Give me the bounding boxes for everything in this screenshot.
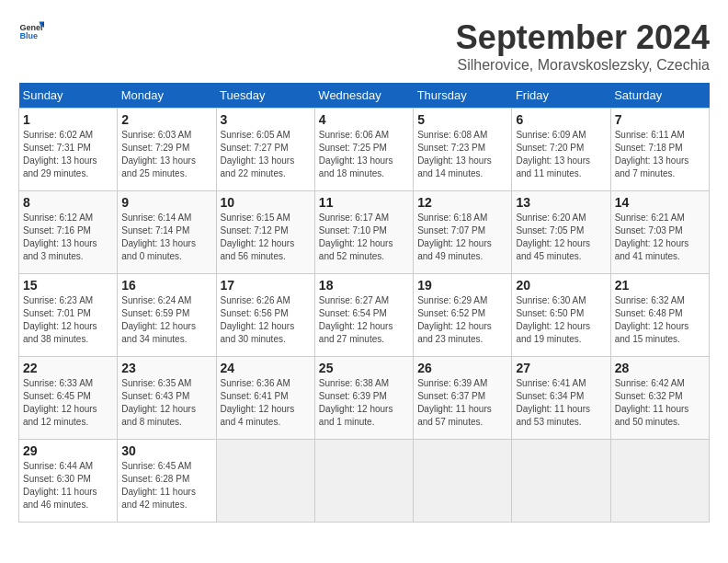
header-row: SundayMondayTuesdayWednesdayThursdayFrid… <box>19 83 710 109</box>
day-info: Sunrise: 6:05 AMSunset: 7:27 PMDaylight:… <box>221 130 295 178</box>
calendar-cell: 14 Sunrise: 6:21 AMSunset: 7:03 PMDaylig… <box>610 191 709 274</box>
day-info: Sunrise: 6:18 AMSunset: 7:07 PMDaylight:… <box>417 213 492 261</box>
day-number: 25 <box>319 361 409 375</box>
day-info: Sunrise: 6:30 AMSunset: 6:50 PMDaylight:… <box>516 295 590 344</box>
calendar-title: September 2024 <box>456 18 710 57</box>
calendar-cell: 20 Sunrise: 6:30 AMSunset: 6:50 PMDaylig… <box>512 274 610 357</box>
calendar-cell: 27 Sunrise: 6:41 AMSunset: 6:34 PMDaylig… <box>512 357 610 440</box>
day-info: Sunrise: 6:12 AMSunset: 7:16 PMDaylight:… <box>23 213 97 261</box>
calendar-table: SundayMondayTuesdayWednesdayThursdayFrid… <box>18 83 710 523</box>
calendar-cell: 15 Sunrise: 6:23 AMSunset: 7:01 PMDaylig… <box>19 274 118 357</box>
header-cell-tuesday: Tuesday <box>216 83 314 109</box>
calendar-cell: 21 Sunrise: 6:32 AMSunset: 6:48 PMDaylig… <box>610 274 709 357</box>
day-number: 14 <box>615 195 705 210</box>
day-number: 17 <box>221 278 311 293</box>
calendar-cell: 8 Sunrise: 6:12 AMSunset: 7:16 PMDayligh… <box>19 191 118 274</box>
day-number: 3 <box>221 112 311 127</box>
day-info: Sunrise: 6:44 AMSunset: 6:30 PMDaylight:… <box>23 461 97 510</box>
day-number: 5 <box>417 112 507 127</box>
day-info: Sunrise: 6:35 AMSunset: 6:43 PMDaylight:… <box>121 378 196 427</box>
day-number: 27 <box>516 361 606 375</box>
day-info: Sunrise: 6:32 AMSunset: 6:48 PMDaylight:… <box>615 295 689 344</box>
calendar-cell: 11 Sunrise: 6:17 AMSunset: 7:10 PMDaylig… <box>314 191 413 274</box>
calendar-cell: 18 Sunrise: 6:27 AMSunset: 6:54 PMDaylig… <box>314 274 413 357</box>
day-number: 16 <box>121 278 211 293</box>
day-number: 29 <box>23 443 113 458</box>
calendar-cell: 16 Sunrise: 6:24 AMSunset: 6:59 PMDaylig… <box>118 274 216 357</box>
header-cell-friday: Friday <box>512 83 610 109</box>
header-cell-saturday: Saturday <box>610 83 709 109</box>
calendar-cell: 28 Sunrise: 6:42 AMSunset: 6:32 PMDaylig… <box>610 357 709 440</box>
day-info: Sunrise: 6:27 AMSunset: 6:54 PMDaylight:… <box>319 295 393 344</box>
calendar-cell: 13 Sunrise: 6:20 AMSunset: 7:05 PMDaylig… <box>512 191 610 274</box>
day-number: 19 <box>417 278 507 293</box>
day-number: 6 <box>516 112 606 127</box>
day-info: Sunrise: 6:03 AMSunset: 7:29 PMDaylight:… <box>121 130 196 178</box>
day-info: Sunrise: 6:38 AMSunset: 6:39 PMDaylight:… <box>319 378 393 427</box>
day-info: Sunrise: 6:02 AMSunset: 7:31 PMDaylight:… <box>23 130 97 178</box>
week-row-1: 1 Sunrise: 6:02 AMSunset: 7:31 PMDayligh… <box>19 109 710 191</box>
calendar-subtitle: Silherovice, Moravskoslezsky, Czechia <box>456 57 710 74</box>
calendar-cell <box>414 440 512 523</box>
header-cell-sunday: Sunday <box>19 83 118 109</box>
day-info: Sunrise: 6:39 AMSunset: 6:37 PMDaylight:… <box>417 378 492 427</box>
day-number: 13 <box>516 195 606 210</box>
day-info: Sunrise: 6:14 AMSunset: 7:14 PMDaylight:… <box>121 213 196 261</box>
day-info: Sunrise: 6:24 AMSunset: 6:59 PMDaylight:… <box>121 295 196 344</box>
calendar-cell: 2 Sunrise: 6:03 AMSunset: 7:29 PMDayligh… <box>118 109 216 191</box>
day-number: 20 <box>516 278 606 293</box>
day-info: Sunrise: 6:41 AMSunset: 6:34 PMDaylight:… <box>516 378 590 427</box>
calendar-cell: 5 Sunrise: 6:08 AMSunset: 7:23 PMDayligh… <box>414 109 512 191</box>
day-number: 4 <box>319 112 409 127</box>
calendar-cell: 6 Sunrise: 6:09 AMSunset: 7:20 PMDayligh… <box>512 109 610 191</box>
day-number: 26 <box>417 361 507 375</box>
day-info: Sunrise: 6:42 AMSunset: 6:32 PMDaylight:… <box>615 378 689 427</box>
day-info: Sunrise: 6:33 AMSunset: 6:45 PMDaylight:… <box>23 378 97 427</box>
calendar-cell: 1 Sunrise: 6:02 AMSunset: 7:31 PMDayligh… <box>19 109 118 191</box>
calendar-cell: 7 Sunrise: 6:11 AMSunset: 7:18 PMDayligh… <box>610 109 709 191</box>
day-number: 30 <box>121 443 211 458</box>
calendar-cell: 24 Sunrise: 6:36 AMSunset: 6:41 PMDaylig… <box>216 357 314 440</box>
day-number: 8 <box>23 195 113 210</box>
day-info: Sunrise: 6:06 AMSunset: 7:25 PMDaylight:… <box>319 130 393 178</box>
day-number: 24 <box>221 361 311 375</box>
calendar-cell <box>610 440 709 523</box>
calendar-cell: 26 Sunrise: 6:39 AMSunset: 6:37 PMDaylig… <box>414 357 512 440</box>
calendar-cell: 22 Sunrise: 6:33 AMSunset: 6:45 PMDaylig… <box>19 357 118 440</box>
header-cell-monday: Monday <box>118 83 216 109</box>
calendar-cell <box>216 440 314 523</box>
day-info: Sunrise: 6:11 AMSunset: 7:18 PMDaylight:… <box>615 130 689 178</box>
header-cell-wednesday: Wednesday <box>314 83 413 109</box>
day-info: Sunrise: 6:29 AMSunset: 6:52 PMDaylight:… <box>417 295 492 344</box>
day-info: Sunrise: 6:08 AMSunset: 7:23 PMDaylight:… <box>417 130 492 178</box>
week-row-2: 8 Sunrise: 6:12 AMSunset: 7:16 PMDayligh… <box>19 191 710 274</box>
calendar-cell: 25 Sunrise: 6:38 AMSunset: 6:39 PMDaylig… <box>314 357 413 440</box>
calendar-cell: 12 Sunrise: 6:18 AMSunset: 7:07 PMDaylig… <box>414 191 512 274</box>
day-number: 15 <box>23 278 113 293</box>
day-info: Sunrise: 6:21 AMSunset: 7:03 PMDaylight:… <box>615 213 689 261</box>
day-number: 1 <box>23 112 113 127</box>
day-info: Sunrise: 6:09 AMSunset: 7:20 PMDaylight:… <box>516 130 590 178</box>
day-number: 2 <box>121 112 211 127</box>
day-number: 12 <box>417 195 507 210</box>
day-number: 28 <box>615 361 705 375</box>
day-number: 21 <box>615 278 705 293</box>
day-info: Sunrise: 6:26 AMSunset: 6:56 PMDaylight:… <box>221 295 295 344</box>
day-number: 22 <box>23 361 113 375</box>
day-info: Sunrise: 6:17 AMSunset: 7:10 PMDaylight:… <box>319 213 393 261</box>
title-area: September 2024 Silherovice, Moravskoslez… <box>456 18 710 74</box>
calendar-cell <box>512 440 610 523</box>
week-row-3: 15 Sunrise: 6:23 AMSunset: 7:01 PMDaylig… <box>19 274 710 357</box>
calendar-cell: 29 Sunrise: 6:44 AMSunset: 6:30 PMDaylig… <box>19 440 118 523</box>
logo: General Blue <box>18 18 44 44</box>
day-info: Sunrise: 6:20 AMSunset: 7:05 PMDaylight:… <box>516 213 590 261</box>
calendar-cell: 4 Sunrise: 6:06 AMSunset: 7:25 PMDayligh… <box>314 109 413 191</box>
calendar-cell: 3 Sunrise: 6:05 AMSunset: 7:27 PMDayligh… <box>216 109 314 191</box>
calendar-cell: 9 Sunrise: 6:14 AMSunset: 7:14 PMDayligh… <box>118 191 216 274</box>
svg-text:Blue: Blue <box>19 31 38 40</box>
day-info: Sunrise: 6:36 AMSunset: 6:41 PMDaylight:… <box>221 378 295 427</box>
calendar-cell: 23 Sunrise: 6:35 AMSunset: 6:43 PMDaylig… <box>118 357 216 440</box>
week-row-5: 29 Sunrise: 6:44 AMSunset: 6:30 PMDaylig… <box>19 440 710 523</box>
header: General Blue September 2024 Silherovice,… <box>18 18 710 74</box>
day-info: Sunrise: 6:23 AMSunset: 7:01 PMDaylight:… <box>23 295 97 344</box>
